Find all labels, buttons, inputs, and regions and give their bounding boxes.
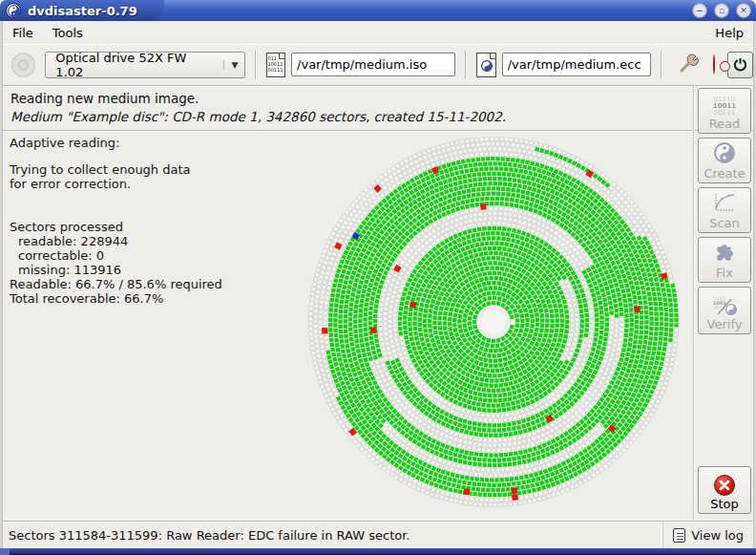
toolbar: Optical drive 52X FW 1.02 ▼ 011 10011 00… bbox=[3, 44, 753, 84]
title-bar[interactable]: dvdisaster-0.79 − ▫ ✕ bbox=[0, 0, 756, 21]
menu-bar: File Tools Help bbox=[3, 21, 753, 44]
sectors-readable: readable: 228944 bbox=[10, 234, 296, 248]
app-logo-icon bbox=[6, 3, 21, 18]
read-binary-icon: 01110 10011 00111 bbox=[713, 96, 736, 117]
scan-label: Scan bbox=[709, 216, 740, 230]
drive-selector-value: Optical drive 52X FW 1.02 bbox=[55, 51, 213, 79]
read-label: Read bbox=[709, 117, 741, 131]
sidebar-separator bbox=[693, 85, 695, 520]
create-label: Create bbox=[704, 166, 745, 181]
maximize-button[interactable]: ▫ bbox=[714, 3, 729, 18]
log-list-icon bbox=[673, 528, 685, 543]
power-icon bbox=[733, 57, 747, 72]
mode-description-2: for error correction. bbox=[10, 177, 296, 191]
toolbar-separator bbox=[255, 51, 257, 79]
menu-file[interactable]: File bbox=[3, 24, 43, 42]
optical-drive-icon bbox=[11, 53, 35, 77]
create-button[interactable]: Create bbox=[698, 138, 751, 183]
preferences-wrench-icon[interactable] bbox=[679, 53, 700, 77]
scan-graph-icon bbox=[713, 192, 736, 216]
action-title: Reading new medium image. bbox=[10, 91, 753, 106]
close-button[interactable]: ✕ bbox=[736, 3, 751, 18]
title-tab: dvdisaster-0.79 bbox=[0, 0, 164, 21]
ecc-file-icon bbox=[476, 53, 496, 77]
progress-panel: Adaptive reading: Trying to collect enou… bbox=[10, 136, 296, 306]
sectors-missing: missing: 113916 bbox=[10, 263, 296, 277]
app-window: dvdisaster-0.79 − ▫ ✕ File Tools Help Op… bbox=[0, 0, 756, 555]
quit-power-button[interactable] bbox=[727, 52, 753, 78]
stop-button[interactable]: Stop bbox=[698, 466, 751, 514]
iso-file-icon: 011 10011 00111 bbox=[266, 53, 286, 77]
mode-description-1: Trying to collect enough data bbox=[10, 162, 296, 177]
toolbar-separator bbox=[661, 51, 662, 79]
sectors-heading: Sectors processed bbox=[10, 220, 296, 234]
mode-heading: Adaptive reading: bbox=[10, 136, 296, 150]
window-title: dvdisaster-0.79 bbox=[28, 4, 137, 18]
ecc-path-input[interactable] bbox=[502, 53, 651, 76]
view-log-button[interactable]: View log bbox=[662, 522, 753, 548]
verify-compare-icon: 0111 1001 0011 bbox=[713, 296, 736, 317]
dvdisaster-lifebuoy-icon[interactable] bbox=[713, 55, 715, 74]
create-yinyang-icon bbox=[714, 142, 735, 166]
iso-path-input[interactable] bbox=[291, 53, 455, 76]
menu-help[interactable]: Help bbox=[705, 24, 753, 42]
view-log-label: View log bbox=[691, 528, 744, 543]
status-message: Sectors 311584-311599: Raw Reader: EDC f… bbox=[3, 528, 662, 543]
verify-label: Verify bbox=[707, 317, 743, 331]
readable-summary: Readable: 66.7% / 85.6% required bbox=[10, 277, 296, 291]
fix-button[interactable]: Fix bbox=[698, 237, 751, 283]
toolbar-separator bbox=[465, 51, 467, 79]
verify-button[interactable]: 0111 1001 0011 Verify bbox=[698, 287, 751, 334]
stop-icon bbox=[714, 475, 735, 496]
scan-button[interactable]: Scan bbox=[698, 187, 751, 233]
status-bar: Sectors 311584-311599: Raw Reader: EDC f… bbox=[3, 521, 753, 548]
chevron-down-icon: ▼ bbox=[223, 60, 239, 70]
read-button[interactable]: 01110 10011 00111 Read bbox=[698, 88, 751, 134]
drive-selector[interactable]: Optical drive 52X FW 1.02 ▼ bbox=[45, 52, 244, 78]
disc-sector-map bbox=[291, 119, 696, 524]
yin-yang-icon bbox=[481, 60, 493, 73]
fix-puzzle-icon bbox=[713, 240, 736, 266]
fix-label: Fix bbox=[716, 266, 733, 280]
menu-tools[interactable]: Tools bbox=[43, 24, 93, 42]
window-border-bottom bbox=[0, 548, 756, 555]
stop-label: Stop bbox=[710, 497, 739, 511]
minimize-button[interactable]: − bbox=[692, 3, 707, 18]
sectors-correctable: correctable: 0 bbox=[10, 248, 296, 263]
recoverable-summary: Total recoverable: 66.7% bbox=[10, 291, 296, 306]
